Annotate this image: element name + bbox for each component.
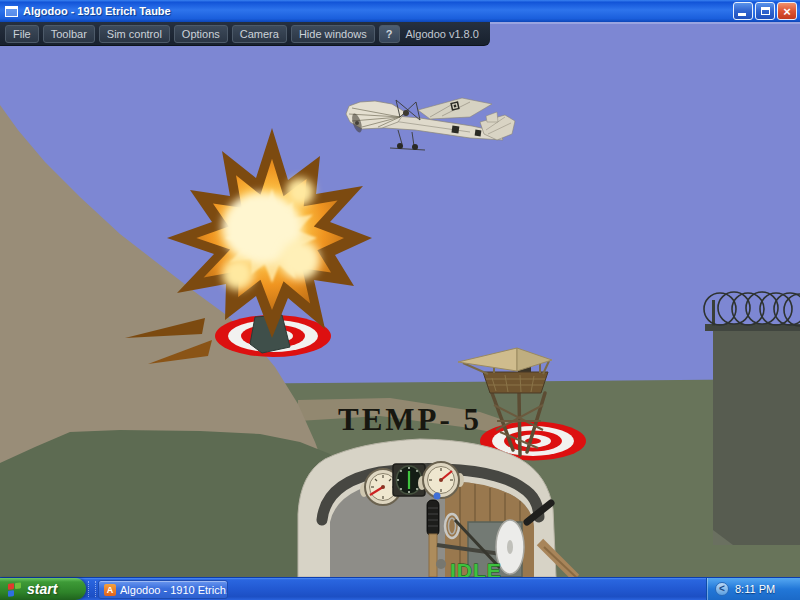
version-label: Algodoo v1.8.0	[404, 26, 483, 42]
start-button[interactable]: start	[0, 578, 86, 600]
windows-flag-icon	[8, 582, 22, 596]
close-icon: ×	[783, 5, 791, 18]
algodoo-scene[interactable]: File Toolbar Sim control Options Camera …	[0, 22, 800, 577]
menu-file[interactable]: File	[5, 25, 39, 43]
taskbar-app-button[interactable]: A Algodoo - 1910 Etrich...	[98, 580, 228, 599]
scene-canvas[interactable]: TEMP- 5	[0, 22, 800, 577]
system-tray: < 8:11 PM	[706, 578, 800, 600]
menu-options[interactable]: Options	[174, 25, 228, 43]
temp-label: TEMP- 5	[338, 402, 482, 437]
window-icon	[5, 6, 18, 17]
window-title: Algodoo - 1910 Etrich Taube	[23, 5, 733, 17]
menu-sim-control[interactable]: Sim control	[99, 25, 170, 43]
hide-icons-chevron[interactable]: <	[715, 582, 729, 596]
menu-toolbar[interactable]: Toolbar	[43, 25, 95, 43]
help-button[interactable]: ?	[379, 25, 400, 43]
quick-launch-separator[interactable]	[88, 581, 96, 597]
minimize-button[interactable]	[733, 2, 753, 20]
menu-hide-windows[interactable]: Hide windows	[291, 25, 375, 43]
restore-button[interactable]	[755, 2, 775, 20]
window-titlebar: Algodoo - 1910 Etrich Taube ×	[0, 0, 800, 22]
taskbar-app-label: Algodoo - 1910 Etrich...	[120, 584, 228, 596]
minimize-icon	[738, 13, 746, 16]
pilot	[403, 110, 409, 116]
menu-camera[interactable]: Camera	[232, 25, 287, 43]
restore-icon	[761, 7, 770, 15]
close-button[interactable]: ×	[777, 2, 797, 20]
algodoo-icon: A	[104, 584, 116, 596]
taskbar-clock: 8:11 PM	[735, 583, 775, 595]
taskbar: start A Algodoo - 1910 Etrich... < 8:11 …	[0, 577, 800, 600]
desktop: Algodoo - 1910 Etrich Taube × File Toolb…	[0, 0, 800, 600]
algodoo-menubar: File Toolbar Sim control Options Camera …	[0, 22, 490, 46]
idle-status: IDLE	[450, 559, 502, 577]
prison-wall	[704, 292, 800, 545]
